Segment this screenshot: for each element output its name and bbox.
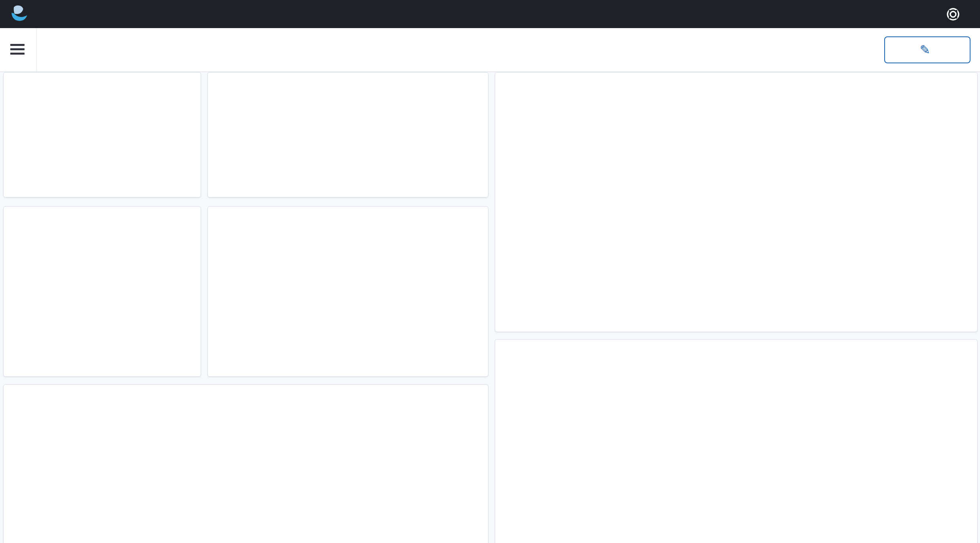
panel-total-cancellations[interactable] xyxy=(3,206,201,377)
panel-percent-delays-timeline[interactable] xyxy=(495,72,978,332)
edit-button[interactable]: ✎ xyxy=(884,36,971,63)
dashboard-toolbar: ✎ xyxy=(0,28,980,72)
panel-delay-type[interactable] xyxy=(495,339,978,543)
flight-delays-bar-chart xyxy=(208,72,488,197)
opensearch-logo[interactable] xyxy=(9,4,38,25)
opensearch-dashboards-app: ✎ xyxy=(0,0,980,543)
total-cancellations-gauge xyxy=(4,207,201,376)
menu-icon[interactable] xyxy=(10,42,26,57)
breadcrumb xyxy=(44,28,57,72)
panel-total-delays[interactable] xyxy=(3,72,201,197)
total-delays-gauge xyxy=(4,72,201,197)
divider xyxy=(36,28,37,72)
flight-cancellations-bar-chart xyxy=(208,207,488,376)
delay-type-stacked-chart xyxy=(495,340,977,543)
toolbar-actions: ✎ xyxy=(777,28,974,72)
pencil-icon: ✎ xyxy=(920,42,931,57)
panel-flight-cancellations[interactable] xyxy=(207,206,488,377)
panel-delay-buckets[interactable] xyxy=(3,384,488,543)
panel-flight-delays[interactable] xyxy=(207,72,488,197)
delay-buckets-histogram xyxy=(4,385,488,543)
app-header xyxy=(0,0,980,28)
help-icon[interactable] xyxy=(945,6,961,22)
percent-delays-area-chart xyxy=(495,72,977,332)
opensearch-logo-icon xyxy=(9,4,29,25)
